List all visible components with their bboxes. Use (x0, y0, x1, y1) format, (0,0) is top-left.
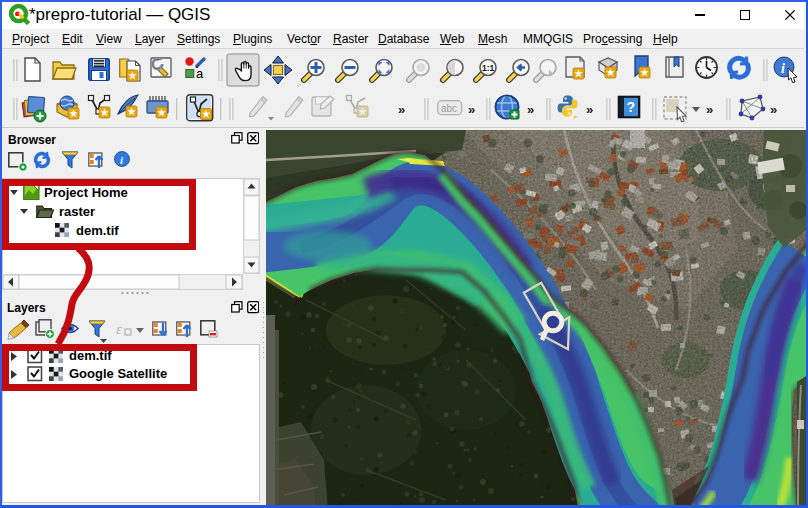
svg-text:»: » (586, 102, 593, 117)
svg-text:»: » (468, 102, 475, 117)
svg-text:»: » (398, 102, 405, 117)
svg-text:a: a (196, 66, 204, 81)
svg-text:»: » (770, 102, 777, 117)
svg-text:?: ? (627, 99, 636, 115)
svg-text:»: » (527, 102, 534, 117)
svg-text:»: » (706, 102, 713, 117)
svg-text:abc: abc (441, 103, 457, 114)
svg-text:i: i (781, 61, 785, 76)
svg-text:1:1: 1:1 (482, 63, 495, 73)
